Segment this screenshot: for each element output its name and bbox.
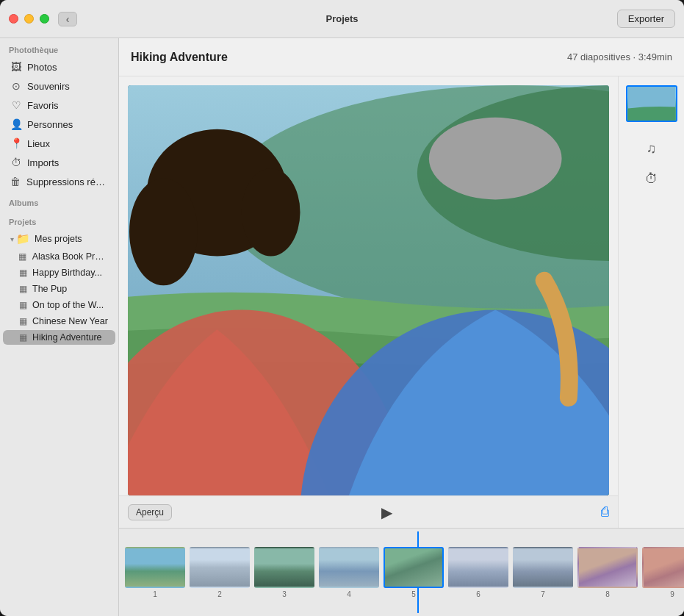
sidebar-item-label: Hiking Adventure bbox=[32, 332, 102, 343]
filmstrip-num-8: 8 bbox=[605, 590, 610, 598]
back-button[interactable]: ‹ bbox=[58, 12, 77, 26]
sidebar-item-suppressions[interactable]: 🗑 Suppressions réce... bbox=[3, 173, 115, 190]
svg-point-7 bbox=[242, 168, 300, 257]
content-area: Hiking Adventure 47 diapositives · 3:49m… bbox=[119, 38, 684, 616]
slideshow-icon: ▦ bbox=[18, 316, 28, 326]
play-icon: ▶ bbox=[381, 504, 392, 521]
sidebar-item-label: Favoris bbox=[27, 100, 59, 111]
sidebar-item-label: Imports bbox=[27, 157, 59, 168]
sidebar-item-lieux[interactable]: 📍 Lieux bbox=[3, 135, 115, 152]
traffic-lights bbox=[9, 14, 49, 24]
project-meta: 47 diapositives · 3:49min bbox=[567, 51, 672, 62]
folder-icon: 📁 bbox=[16, 232, 30, 246]
slideshow-icon: ▦ bbox=[18, 251, 28, 262]
play-button[interactable]: ▶ bbox=[376, 502, 397, 523]
content-header: Hiking Adventure 47 diapositives · 3:49m… bbox=[119, 38, 684, 76]
filmstrip-thumb-5[interactable] bbox=[384, 547, 444, 588]
filmstrip-item-8: 8 bbox=[577, 547, 638, 598]
right-panel-icons: ♫ ⏱ bbox=[645, 141, 658, 187]
main-photo-svg bbox=[128, 85, 609, 495]
sidebar-item-alaska[interactable]: ▦ Alaska Book Proj... bbox=[3, 249, 115, 264]
sidebar-item-label: Chinese New Year bbox=[32, 316, 108, 326]
thumbnail-preview[interactable] bbox=[626, 85, 677, 122]
maximize-button[interactable] bbox=[40, 14, 49, 24]
main-photo bbox=[128, 85, 609, 495]
sidebar-item-label: Personnes bbox=[27, 119, 73, 130]
filmstrip-thumb-3[interactable] bbox=[254, 547, 314, 588]
filmstrip: 1 2 3 4 5 bbox=[119, 528, 684, 616]
sidebar-item-souvenirs[interactable]: ⊙ Souvenirs bbox=[3, 77, 115, 95]
filmstrip-num-7: 7 bbox=[541, 590, 545, 598]
close-button[interactable] bbox=[9, 14, 18, 24]
albums-section-label: Albums bbox=[0, 191, 118, 210]
slideshow-icon: ▦ bbox=[18, 332, 28, 343]
main-layout: Photothèque 🖼 Photos ⊙ Souvenirs ♡ Favor… bbox=[0, 38, 684, 616]
souvenirs-icon: ⊙ bbox=[10, 80, 22, 92]
trash-icon: 🗑 bbox=[10, 176, 21, 187]
apercu-button[interactable]: Aperçu bbox=[128, 504, 172, 520]
export-button[interactable]: Exporter bbox=[617, 10, 675, 28]
back-icon: ‹ bbox=[66, 13, 70, 25]
sidebar-item-pup[interactable]: ▦ The Pup bbox=[3, 282, 115, 296]
music-icon[interactable]: ♫ bbox=[647, 141, 657, 157]
sidebar-item-label: The Pup bbox=[32, 284, 67, 294]
controls-bar: Aperçu ▶ ⎙ bbox=[119, 495, 618, 528]
svg-point-10 bbox=[429, 118, 562, 200]
main-photo-container: Aperçu ▶ ⎙ bbox=[119, 76, 618, 528]
sidebar-item-label: Souvenirs bbox=[27, 81, 70, 92]
sidebar-item-label: Photos bbox=[27, 62, 57, 73]
filmstrip-item-7: 7 bbox=[513, 547, 573, 598]
filmstrip-thumb-1[interactable] bbox=[125, 547, 185, 588]
personnes-icon: 👤 bbox=[10, 118, 22, 130]
filmstrip-thumb-7[interactable] bbox=[513, 547, 573, 588]
slideshow-icon: ▦ bbox=[18, 300, 28, 310]
svg-point-6 bbox=[129, 178, 198, 285]
sidebar-item-hiking[interactable]: ▦ Hiking Adventure bbox=[3, 330, 115, 345]
projects-section-label: Projets bbox=[0, 210, 118, 229]
sidebar-item-chinese[interactable]: ▦ Chinese New Year bbox=[3, 314, 115, 329]
filmstrip-thumb-9[interactable] bbox=[642, 547, 684, 588]
filmstrip-item-2: 2 bbox=[190, 547, 250, 598]
filmstrip-num-5: 5 bbox=[411, 590, 416, 598]
sidebar-item-imports[interactable]: ⏱ Imports bbox=[3, 154, 115, 171]
sidebar-item-label: Suppressions réce... bbox=[26, 176, 108, 187]
filmstrip-thumb-6[interactable] bbox=[448, 547, 508, 588]
sidebar-item-favoris[interactable]: ♡ Favoris bbox=[3, 96, 115, 114]
filmstrip-item-4: 4 bbox=[319, 547, 379, 598]
filmstrip-num-6: 6 bbox=[476, 590, 480, 598]
project-title: Hiking Adventure bbox=[131, 51, 228, 64]
sidebar-item-label: On top of the W... bbox=[32, 300, 104, 310]
slideshow-icon: ▦ bbox=[18, 284, 28, 294]
photos-icon: 🖼 bbox=[10, 61, 22, 73]
filmstrip-num-9: 9 bbox=[670, 590, 674, 598]
filmstrip-thumb-4[interactable] bbox=[319, 547, 379, 588]
filmstrip-item-5: 5 bbox=[384, 547, 444, 598]
library-section-label: Photothèque bbox=[0, 38, 118, 57]
timer-icon[interactable]: ⏱ bbox=[645, 171, 658, 187]
thumbnail-svg bbox=[627, 87, 676, 121]
folder-label: Mes projets bbox=[35, 234, 82, 244]
chevron-down-icon: ▾ bbox=[10, 235, 14, 243]
filmstrip-thumb-8[interactable] bbox=[577, 547, 638, 588]
window-title: Projets bbox=[325, 13, 358, 24]
share-button[interactable]: ⎙ bbox=[601, 504, 609, 520]
filmstrip-num-1: 1 bbox=[153, 590, 157, 598]
app-window: ‹ Projets Exporter Photothèque 🖼 Photos … bbox=[0, 0, 684, 616]
filmstrip-item-9: 9 bbox=[642, 547, 684, 598]
sidebar-item-ontop[interactable]: ▦ On top of the W... bbox=[3, 298, 115, 312]
lieux-icon: 📍 bbox=[10, 137, 22, 149]
sidebar: Photothèque 🖼 Photos ⊙ Souvenirs ♡ Favor… bbox=[0, 38, 119, 616]
sidebar-item-personnes[interactable]: 👤 Personnes bbox=[3, 115, 115, 133]
sidebar-item-label: Lieux bbox=[27, 138, 50, 149]
filmstrip-item-1: 1 bbox=[125, 547, 185, 598]
slideshow-area: Aperçu ▶ ⎙ bbox=[119, 76, 684, 528]
minimize-button[interactable] bbox=[24, 14, 34, 24]
sidebar-item-photos[interactable]: 🖼 Photos bbox=[3, 58, 115, 76]
favoris-icon: ♡ bbox=[10, 99, 22, 111]
mes-projets-folder[interactable]: ▾ 📁 Mes projets bbox=[3, 230, 115, 248]
filmstrip-item-3: 3 bbox=[254, 547, 314, 598]
sidebar-item-label: Happy Birthday... bbox=[32, 268, 102, 278]
share-icon: ⎙ bbox=[601, 504, 609, 519]
filmstrip-thumb-2[interactable] bbox=[190, 547, 250, 588]
sidebar-item-birthday[interactable]: ▦ Happy Birthday... bbox=[3, 265, 115, 280]
